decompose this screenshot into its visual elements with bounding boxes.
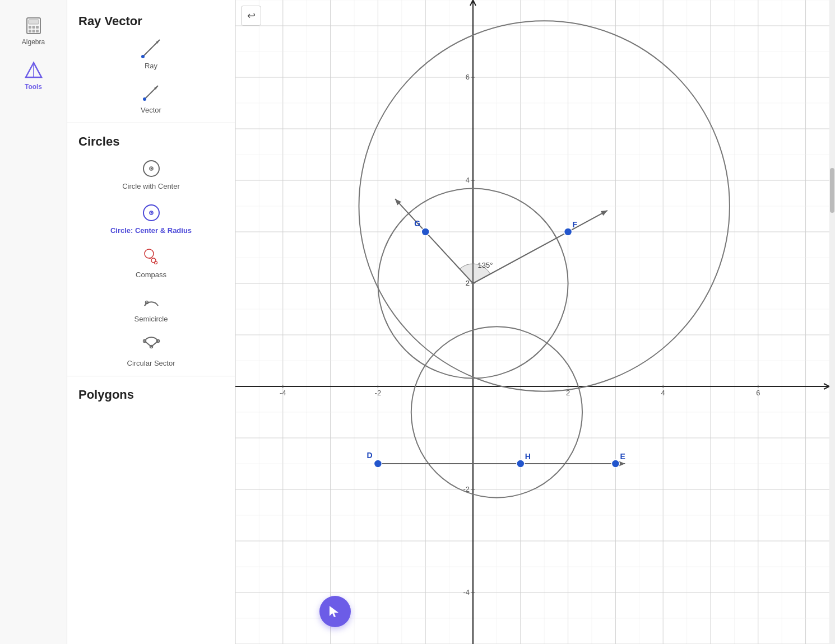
tool-item-vector[interactable]: Vector: [67, 76, 235, 120]
ray-icon: [140, 37, 163, 59]
sidebar-algebra-label: Algebra: [22, 38, 45, 46]
tool-vector-label: Vector: [141, 106, 161, 114]
svg-point-23: [145, 249, 154, 258]
tool-ray-label: Ray: [145, 62, 157, 70]
svg-rect-4: [36, 26, 39, 29]
canvas-area[interactable]: ↩: [235, 0, 835, 644]
scrollbar[interactable]: [829, 0, 835, 644]
graph-canvas[interactable]: [235, 0, 829, 644]
tool-item-semicircle[interactable]: Semicircle: [67, 284, 235, 329]
tool-item-compass[interactable]: Compass: [67, 240, 235, 284]
svg-rect-5: [29, 30, 31, 32]
svg-rect-7: [36, 30, 39, 32]
svg-rect-1: [29, 20, 39, 24]
svg-rect-3: [32, 26, 35, 29]
undo-button[interactable]: ↩: [241, 6, 261, 26]
svg-point-19: [150, 168, 152, 170]
svg-rect-2: [29, 26, 31, 29]
sidebar-item-algebra[interactable]: Algebra: [8, 11, 59, 50]
semicircle-icon: [140, 290, 163, 312]
section-polygons: Polygons: [67, 379, 235, 405]
compass-icon: [140, 246, 163, 268]
cursor-icon: [327, 604, 343, 619]
svg-point-12: [141, 55, 145, 58]
tool-semicircle-label: Semicircle: [134, 315, 168, 323]
tool-item-circle-with-center[interactable]: Circle with Center: [67, 152, 235, 196]
svg-marker-32: [330, 606, 338, 617]
vector-icon: [140, 81, 163, 104]
svg-point-15: [143, 97, 146, 101]
tool-item-circle-center-radius[interactable]: Circle: Center & Radius: [67, 196, 235, 240]
scrollbar-thumb[interactable]: [830, 168, 834, 213]
tool-panel: Ray Vector Ray Vector Circles Circle wit…: [67, 0, 235, 644]
tools-icon: [24, 60, 44, 81]
circle-with-center-icon: [140, 157, 163, 180]
sidebar: Algebra Tools: [0, 0, 67, 644]
tool-item-circular-sector[interactable]: Circular Sector: [67, 329, 235, 373]
calculator-icon: [24, 16, 44, 36]
circular-sector-icon: [140, 334, 163, 357]
tool-item-ray[interactable]: Ray: [67, 31, 235, 76]
sidebar-tools-label: Tools: [25, 83, 42, 91]
tool-compass-label: Compass: [136, 270, 166, 279]
divider-2: [67, 376, 235, 376]
toolbar-top: ↩: [241, 6, 261, 26]
svg-rect-6: [32, 30, 35, 32]
fab-cursor[interactable]: [319, 596, 351, 627]
section-ray-vector: Ray Vector: [67, 6, 235, 31]
sidebar-item-tools[interactable]: Tools: [8, 56, 59, 95]
section-circles: Circles: [67, 126, 235, 152]
svg-point-22: [150, 212, 152, 214]
tool-circular-sector-label: Circular Sector: [127, 359, 175, 367]
divider-1: [67, 123, 235, 123]
tool-circle-center-radius-label: Circle: Center & Radius: [110, 226, 192, 235]
svg-point-24: [151, 258, 156, 263]
tool-circle-center-label: Circle with Center: [122, 182, 180, 190]
circle-center-radius-icon: [140, 202, 163, 224]
